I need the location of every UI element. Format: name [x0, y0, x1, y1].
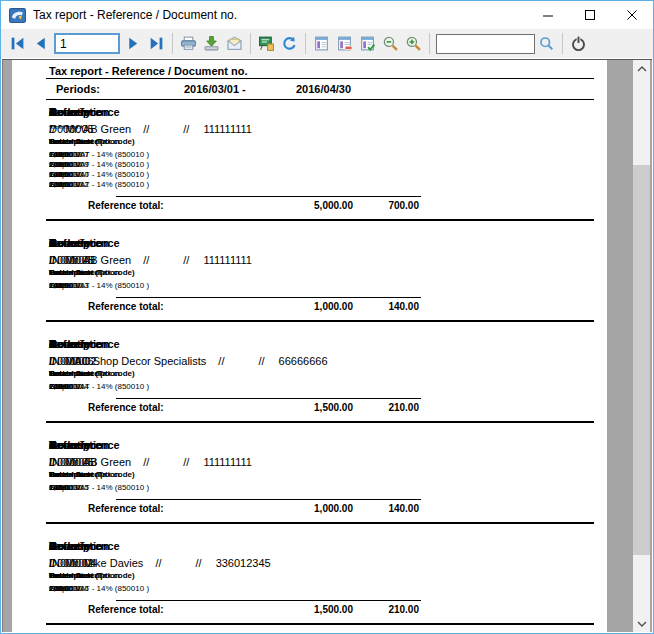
previous-page-button[interactable]	[29, 32, 52, 55]
window-title: Tax report - Reference / Document no.	[33, 8, 237, 22]
last-page-icon	[148, 35, 165, 52]
section-column-header: ReferenceCode//Description//Country//Tax…	[49, 106, 597, 123]
detail-row: 2016/03/1010028Output VAT - 14% (850010 …	[49, 170, 597, 180]
report-page: Tax report - Reference / Document no. Pe…	[12, 60, 607, 632]
reference-total-row: Reference total:1,000.00140.00	[49, 298, 597, 318]
report-title: Tax report - Reference / Document no.	[49, 65, 597, 78]
section-party-row: IN000002D000006//MAC Shop Decor Speciali…	[49, 355, 597, 369]
print-icon	[180, 35, 197, 52]
divider	[46, 99, 594, 100]
detail-row: 2016/03/0910028Output VAT - 14% (850010 …	[49, 160, 597, 170]
previous-page-icon	[32, 35, 49, 52]
section-column-header: ReferenceCode//Description//Country//Tax…	[49, 540, 597, 557]
email-button[interactable]	[223, 32, 246, 55]
section-party-row: IN000003D000005//Mr. AB Green////1111111…	[49, 456, 597, 470]
detail-column-header: DateBatch no.Description (Tax code)Tax e…	[49, 571, 597, 584]
divider	[46, 78, 594, 79]
report-designer-icon	[258, 35, 275, 52]
minimize-icon	[542, 9, 554, 21]
tax-reference-value: 111111111	[203, 456, 252, 468]
export-button[interactable]	[200, 32, 223, 55]
close-button[interactable]	[611, 1, 653, 29]
report-section: ReferenceCode//Description//Country//Tax…	[49, 338, 597, 423]
scroll-up-icon	[637, 66, 647, 72]
email-icon	[226, 35, 243, 52]
first-page-icon	[9, 35, 26, 52]
report-viewer-window: Tax report - Reference / Document no.	[0, 0, 654, 634]
scroll-down-icon	[637, 621, 647, 627]
zoom-in-button[interactable]	[402, 32, 425, 55]
close-preview-button[interactable]	[567, 32, 590, 55]
search-input[interactable]	[436, 34, 535, 54]
page-number-input[interactable]	[54, 33, 120, 54]
page-layout-icon	[313, 35, 330, 52]
section-party-row: ********D000005//Mr. AB Green////1111111…	[49, 123, 597, 137]
close-icon	[626, 9, 638, 21]
detail-row: 2016/03/1410040Output VAT - 14% (850010 …	[49, 382, 597, 392]
report-section: ReferenceCode//Description//Country//Tax…	[49, 439, 597, 524]
section-divider	[46, 219, 594, 221]
reference-total-row: Reference total:5,000.00700.00	[49, 197, 597, 217]
section-divider	[46, 421, 594, 423]
scroll-up-button[interactable]	[633, 60, 650, 77]
page-layout-check-icon	[359, 35, 376, 52]
detail-row: 2016/03/1510041Output VAT - 14% (850010 …	[49, 483, 597, 493]
detail-column-header: DateBatch no.Description (Tax code)Tax e…	[49, 137, 597, 150]
zoom-in-icon	[405, 35, 422, 52]
report-section: ReferenceCode//Description//Country//Tax…	[49, 106, 597, 221]
search-button[interactable]	[535, 32, 558, 55]
first-page-button[interactable]	[6, 32, 29, 55]
toolbar-separator	[305, 33, 306, 54]
toolbar-separator	[562, 33, 563, 54]
next-page-button[interactable]	[122, 32, 145, 55]
detail-row: 2016/03/1610042Output VAT - 14% (850010 …	[49, 584, 597, 594]
report-section: ReferenceCode//Description//Country//Tax…	[49, 540, 597, 625]
report-designer-button[interactable]	[255, 32, 278, 55]
period-from: 2016/03/01 -	[184, 80, 246, 99]
tax-reference-value: 336012345	[216, 557, 271, 569]
power-icon	[570, 35, 587, 52]
page-layout-button[interactable]	[310, 32, 333, 55]
period-to: 2016/04/30	[296, 80, 351, 99]
detail-column-header: DateBatch no.Description (Tax code)Tax e…	[49, 470, 597, 483]
section-column-header: ReferenceCode//Description//Country//Tax…	[49, 338, 597, 355]
detail-row: 2016/03/0710028Output VAT - 14% (850010 …	[49, 150, 597, 160]
reference-total-row: Reference total:1,000.00140.00	[49, 500, 597, 520]
report-icon	[9, 7, 26, 24]
detail-row: 2016/03/1310039Output VAT - 14% (850010 …	[49, 281, 597, 291]
toolbar	[1, 29, 653, 58]
export-icon	[203, 35, 220, 52]
minimize-button[interactable]	[527, 1, 569, 29]
page-layout-remove-button[interactable]	[333, 32, 356, 55]
detail-row: 2016/03/1210028Output VAT - 14% (850010 …	[49, 180, 597, 190]
titlebar: Tax report - Reference / Document no.	[1, 1, 653, 29]
page-layout-check-button[interactable]	[356, 32, 379, 55]
scroll-down-button[interactable]	[633, 615, 650, 632]
report-area: Tax report - Reference / Document no. Pe…	[2, 59, 652, 632]
section-party-row: IN000004D000002//Mr. Mike Davies////3360…	[49, 557, 597, 571]
toolbar-separator	[172, 33, 173, 54]
maximize-icon	[584, 9, 596, 21]
tax-reference-value: 111111111	[203, 254, 252, 266]
section-column-header: ReferenceCode//Description//Country//Tax…	[49, 439, 597, 456]
refresh-button[interactable]	[278, 32, 301, 55]
refresh-icon	[281, 35, 298, 52]
section-divider	[46, 623, 594, 625]
scrollbar-thumb[interactable]	[633, 165, 650, 555]
zoom-out-button[interactable]	[379, 32, 402, 55]
toolbar-separator	[250, 33, 251, 54]
page-layout-remove-icon	[336, 35, 353, 52]
maximize-button[interactable]	[569, 1, 611, 29]
last-page-button[interactable]	[145, 32, 168, 55]
description-value: Mr. AB Green	[65, 123, 131, 135]
section-party-row: IN000001D000005//Mr. AB Green////1111111…	[49, 254, 597, 268]
description-value: Mr. AB Green	[65, 254, 131, 266]
section-divider	[46, 320, 594, 322]
zoom-out-icon	[382, 35, 399, 52]
periods-row: Periods: 2016/03/01 - 2016/04/30	[49, 80, 597, 99]
detail-column-header: DateBatch no.Description (Tax code)Tax e…	[49, 268, 597, 281]
print-button[interactable]	[177, 32, 200, 55]
tax-reference-value: 111111111	[203, 123, 252, 135]
detail-column-header: DateBatch no.Description (Tax code)Tax e…	[49, 369, 597, 382]
vertical-scrollbar[interactable]	[633, 60, 650, 632]
